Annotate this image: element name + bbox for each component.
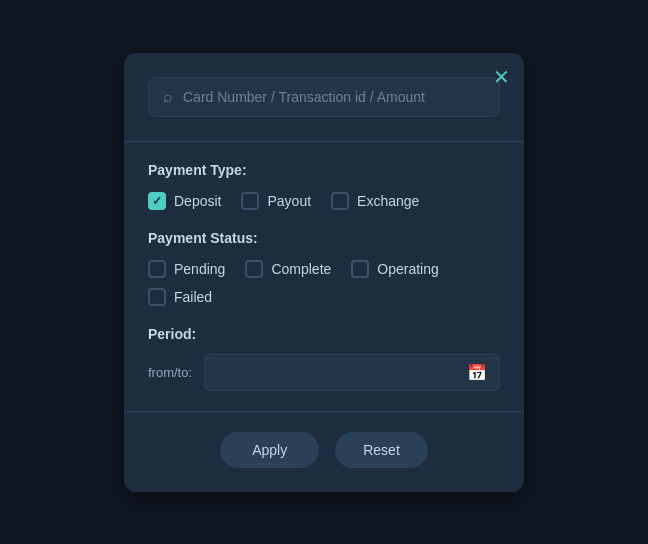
from-to-label: from/to: xyxy=(148,365,192,380)
payment-type-label: Payment Type: xyxy=(148,162,500,178)
checkbox-complete-label: Complete xyxy=(271,261,331,277)
actions-divider xyxy=(124,411,524,412)
checkbox-failed-box[interactable] xyxy=(148,288,166,306)
apply-button[interactable]: Apply xyxy=(220,432,319,468)
payment-type-section: Payment Type: Deposit Payout Exchange xyxy=(148,162,500,210)
period-section: Period: from/to: 📅 xyxy=(148,326,500,391)
checkbox-deposit-label: Deposit xyxy=(174,193,221,209)
checkbox-complete[interactable]: Complete xyxy=(245,260,331,278)
search-input[interactable] xyxy=(183,89,485,105)
payment-status-options: Pending Complete Operating Failed xyxy=(148,260,500,306)
checkbox-complete-box[interactable] xyxy=(245,260,263,278)
reset-button[interactable]: Reset xyxy=(335,432,428,468)
checkbox-operating[interactable]: Operating xyxy=(351,260,438,278)
date-input[interactable] xyxy=(217,365,467,380)
divider-1 xyxy=(124,141,524,142)
checkbox-deposit[interactable]: Deposit xyxy=(148,192,221,210)
date-input-wrapper: 📅 xyxy=(204,354,500,391)
checkbox-payout[interactable]: Payout xyxy=(241,192,311,210)
checkbox-exchange-box[interactable] xyxy=(331,192,349,210)
checkbox-operating-label: Operating xyxy=(377,261,438,277)
modal-overlay: ✕ ⌕ Payment Type: Deposit Payout Exchang… xyxy=(0,0,648,544)
filter-modal: ✕ ⌕ Payment Type: Deposit Payout Exchang… xyxy=(124,53,524,492)
payment-status-label: Payment Status: xyxy=(148,230,500,246)
search-box: ⌕ xyxy=(148,77,500,117)
action-buttons: Apply Reset xyxy=(148,432,500,468)
calendar-icon[interactable]: 📅 xyxy=(467,363,487,382)
checkbox-failed-label: Failed xyxy=(174,289,212,305)
checkbox-exchange[interactable]: Exchange xyxy=(331,192,419,210)
search-icon: ⌕ xyxy=(163,88,173,106)
period-label: Period: xyxy=(148,326,500,342)
checkbox-payout-box[interactable] xyxy=(241,192,259,210)
checkbox-failed[interactable]: Failed xyxy=(148,288,212,306)
checkbox-pending-box[interactable] xyxy=(148,260,166,278)
close-button[interactable]: ✕ xyxy=(493,67,510,87)
checkbox-payout-label: Payout xyxy=(267,193,311,209)
date-row: from/to: 📅 xyxy=(148,354,500,391)
payment-type-options: Deposit Payout Exchange xyxy=(148,192,500,210)
checkbox-pending[interactable]: Pending xyxy=(148,260,225,278)
checkbox-operating-box[interactable] xyxy=(351,260,369,278)
payment-status-section: Payment Status: Pending Complete Operati… xyxy=(148,230,500,306)
checkbox-exchange-label: Exchange xyxy=(357,193,419,209)
checkbox-deposit-box[interactable] xyxy=(148,192,166,210)
checkbox-pending-label: Pending xyxy=(174,261,225,277)
